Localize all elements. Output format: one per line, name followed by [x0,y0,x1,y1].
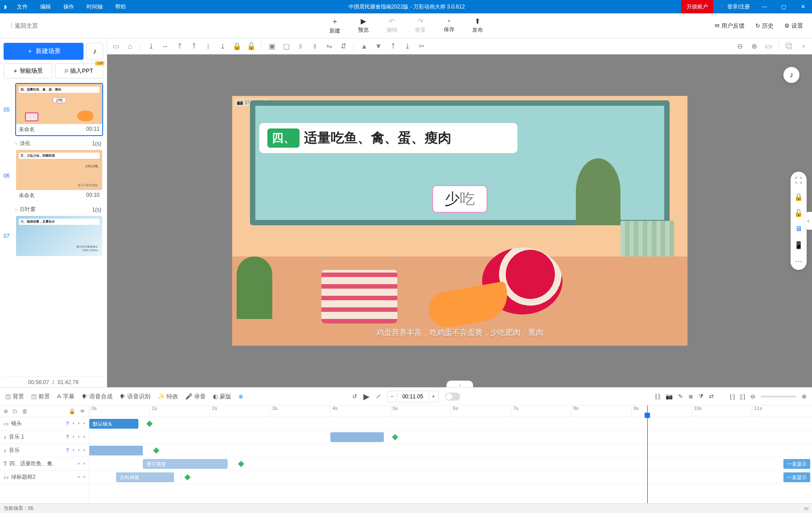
time-plus[interactable]: + [429,393,438,400]
menu-timeline[interactable]: 时间轴 [80,0,109,13]
zoom-in-icon[interactable]: ⊕ [750,42,758,50]
always-show-label[interactable]: 一直显示 [783,459,810,469]
slide-title-box[interactable]: 四、 适量吃鱼、禽、蛋、瘦肉 [259,123,518,153]
menu-action[interactable]: 操作 [57,0,80,13]
keyframe-icon[interactable] [153,447,159,454]
lock-view-icon[interactable]: 🔒 [792,192,805,201]
scene-list[interactable]: 05 四、适量吃鱼、禽、蛋、瘦肉 少吃 未命名00:11 ◦ 淡化1(s) 06… [4,83,103,376]
scene-audio-button[interactable]: ♪ [86,43,103,60]
zoom-out-tl-icon[interactable]: ⊖ [750,393,755,400]
timeline-collapse-handle[interactable]: ⌄ [446,381,473,388]
track-row-music[interactable] [89,444,812,457]
back-to-home[interactable]: 〈返回主页 [0,22,45,30]
expand-button[interactable]: ⤢ [376,393,381,400]
audio-clip-2[interactable] [89,446,143,455]
side-panel-handle[interactable]: ‹ [805,212,812,230]
send-backward-icon[interactable]: ▼ [375,42,383,50]
fg-tab[interactable]: ◫ 前景 [31,393,50,401]
smart-scene-button[interactable]: ✦智能场景 [4,63,52,79]
save-button[interactable]: ▫保存 [444,17,454,35]
paste-icon[interactable]: ▫ [800,42,808,50]
effect-tab[interactable]: ✨ 特效 [158,393,178,401]
copy-icon[interactable]: ⿻ [785,42,793,50]
current-time-field[interactable] [397,393,429,400]
scene-item-06[interactable]: 06 五、少盐少油，控糖限酒 少吃少喝 每日不超过5克盐 未命名00:10 [4,149,103,202]
audio-clip-1[interactable] [330,432,384,442]
rewind-button[interactable]: ↺ [352,393,357,400]
snap-toggle[interactable] [445,393,460,401]
visibility-icon[interactable]: 👁 [80,408,85,414]
track-row-music1[interactable] [89,430,812,444]
mobile-view-icon[interactable]: 📱 [792,240,805,249]
mask-tab[interactable]: ◐ 蒙版 [213,393,231,401]
distribute-v-icon[interactable]: ⫵ [311,42,319,50]
record-tab[interactable]: 🎤 录音 [185,393,206,401]
crop-icon[interactable]: ✂ [417,42,425,50]
desktop-view-icon[interactable]: 🖥 [792,224,805,233]
new-scene-button[interactable]: ＋ 新建场景 [4,43,83,60]
asr-tab[interactable]: 🗣 语音识别 [120,393,150,401]
distribute-h-icon[interactable]: ⫴ [296,42,304,50]
unlock-icon[interactable]: 🔓 [247,42,255,50]
upgrade-button[interactable]: 升级账户 [681,0,713,13]
bring-front-icon[interactable]: ⤒ [389,42,397,50]
shape-clip[interactable]: 方向伸展 [116,472,174,482]
track-row-shape[interactable]: 方向伸展 一直显示 [89,471,812,484]
select-tool-icon[interactable]: ▭ [112,42,120,50]
playhead[interactable] [647,405,648,503]
time-input[interactable]: − + [387,391,439,402]
track-row-text[interactable]: 逐字渐变 一直显示 [89,457,812,471]
feedback-button[interactable]: ✉用户反馈 [715,22,745,30]
align-middle-icon[interactable]: ↕ [204,42,212,50]
track-music[interactable]: ♪音乐?••• [0,444,89,457]
flip-h-icon[interactable]: ⇋ [325,42,333,50]
transition-05[interactable]: ◦ 淡化1(s) [4,138,103,149]
lock-tracks-icon[interactable]: 🔒 [69,408,75,414]
filter-icon[interactable]: ⧩ [699,393,704,400]
keyframe-icon[interactable] [238,461,244,467]
new-button[interactable]: ＋新建 [329,17,340,35]
group-icon[interactable]: ▣ [268,42,276,50]
keyframe-icon[interactable] [392,434,398,440]
history-button[interactable]: ↻历史 [755,22,774,30]
menu-edit[interactable]: 编辑 [34,0,57,13]
ungroup-icon[interactable]: ▢ [282,42,290,50]
transition-06[interactable]: ◦ 百叶窗1(s) [4,204,103,215]
align-left-icon[interactable]: ⤓ [147,42,155,50]
tts-tab[interactable]: 🗣 语音合成 [82,393,112,401]
login-button[interactable]: 👤登录/注册 [713,3,755,11]
align-right-icon[interactable]: ⤒ [175,42,183,50]
add-track-icon[interactable]: ⊕ [4,408,8,414]
keyframe-icon[interactable] [184,474,191,480]
time-ruler[interactable]: 0s1s2s3s4s5s6s7s8s9s10s11s [89,405,812,417]
bracket-in-icon[interactable]: [·] [730,393,735,400]
play-button[interactable]: ▶ [363,392,370,401]
folder-icon[interactable]: 🗀 [12,408,18,414]
unlock-view-icon[interactable]: 🔓 [792,208,805,217]
text-clip[interactable]: 逐字渐变 [143,459,228,469]
scene-item-07[interactable]: 07 六、规律进餐，足量饮水 每日饮水量保持在 1500-1700ml [4,215,103,257]
edit-icon[interactable]: ✎ [678,393,683,400]
always-show-label[interactable]: 一直显示 [783,472,810,482]
slide-sub-box[interactable]: 少吃 [432,185,487,213]
camera-icon[interactable]: 📷 [666,393,673,400]
menu-help[interactable]: 帮助 [109,0,132,13]
layers-icon[interactable]: ≣ [688,393,693,400]
time-minus[interactable]: − [387,393,397,400]
track-row-camera[interactable]: 默认镜头 [89,417,812,430]
redo-button[interactable]: ↷恢复 [415,17,426,35]
subtitle-tab[interactable]: A 字幕 [57,393,75,401]
align-center-icon[interactable]: ↔ [161,42,169,50]
scene-item-05[interactable]: 05 四、适量吃鱼、禽、蛋、瘦肉 少吃 未命名00:11 [4,83,103,136]
camera-clip[interactable]: 默认镜头 [89,419,138,429]
menu-file[interactable]: 文件 [11,0,34,13]
flip-v-icon[interactable]: ⇵ [339,42,347,50]
fit-icon[interactable]: ▭ [764,42,772,50]
delete-track-icon[interactable]: 🗑 [22,408,28,414]
maximize-button[interactable]: ▢ [775,0,793,13]
fullscreen-icon[interactable]: ⛶ [792,176,805,185]
bring-forward-icon[interactable]: ▲ [360,42,368,50]
more-icon[interactable]: ⋯ [792,256,805,265]
marker-icon[interactable]: ⟦⟧ [655,393,660,400]
zoom-slider[interactable] [761,396,796,397]
